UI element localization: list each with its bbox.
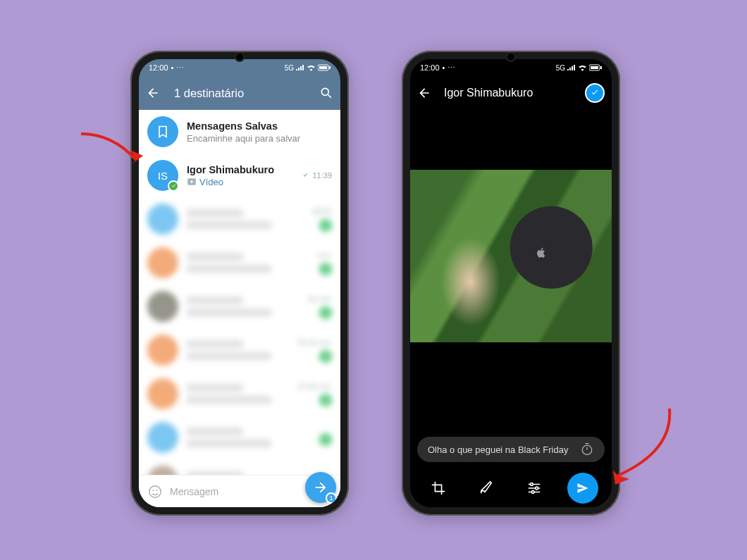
status-dot-icon: •	[443, 63, 445, 72]
selected-indicator[interactable]	[585, 83, 605, 103]
search-icon[interactable]	[319, 86, 333, 100]
camera-notch	[507, 54, 514, 61]
status-more-icon: ⋯	[447, 63, 455, 73]
saved-title: Mensagens Salvas	[187, 120, 332, 132]
battery-icon	[589, 64, 602, 71]
header-title: 1 destinatário	[174, 87, 305, 100]
row-time: 25 de out.	[297, 338, 332, 347]
chat-row-blurred[interactable]: 25 de out. 1	[139, 328, 340, 372]
send-icon	[576, 481, 590, 495]
tune-icon	[526, 480, 542, 496]
avatar	[147, 422, 178, 453]
unread-badge: 1	[319, 219, 332, 232]
chat-list: Mensagens Salvas Encaminhe aqui para sal…	[139, 110, 340, 507]
forward-fab[interactable]: 1	[305, 472, 336, 503]
status-more-icon: ⋯	[176, 63, 184, 73]
contact-subtitle: Vídeo	[199, 177, 223, 187]
brush-icon	[479, 480, 494, 496]
video-icon	[187, 177, 197, 187]
wifi-icon	[307, 65, 316, 71]
timer-icon[interactable]	[580, 442, 594, 456]
status-time: 12:00	[149, 63, 168, 72]
read-check-icon	[301, 172, 310, 179]
screen-a: 12:00 • ⋯ 5G 1 destinatário Mens	[139, 59, 340, 507]
phone-left: 12:00 • ⋯ 5G 1 destinatário Mens	[130, 51, 349, 516]
avatar	[147, 291, 178, 322]
svg-point-3	[321, 88, 328, 95]
saved-messages-row[interactable]: Mensagens Salvas Encaminhe aqui para sal…	[139, 110, 340, 154]
svg-point-6	[152, 490, 154, 491]
contact-row-selected[interactable]: IS Igor Shimabukuro Vídeo 11:39	[139, 154, 340, 197]
back-arrow-icon[interactable]	[417, 86, 431, 100]
editor-header: Igor Shimabukuro	[410, 76, 612, 110]
avatar-initials: IS	[158, 170, 168, 182]
check-icon	[590, 88, 600, 98]
caption-input[interactable]: Olha o que peguei na Black Friday	[417, 437, 605, 462]
row-time: de out.	[308, 294, 332, 303]
unread-badge: 1	[319, 306, 332, 319]
emoji-icon[interactable]	[147, 484, 163, 499]
editor-title: Igor Shimabukuro	[444, 87, 572, 99]
app-header: 1 destinatário	[139, 76, 340, 110]
status-bar: 12:00 • ⋯ 5G	[410, 59, 612, 76]
chat-row-blurred[interactable]: 1	[139, 416, 340, 459]
unread-badge: 1	[319, 394, 332, 406]
avatar	[147, 204, 178, 235]
bookmark-icon	[147, 116, 178, 147]
saved-subtitle: Encaminhe aqui para salvar	[187, 133, 332, 144]
chat-row-blurred[interactable]: de out. 1	[139, 285, 340, 328]
brush-button[interactable]	[471, 473, 501, 503]
selected-check-icon	[168, 180, 179, 192]
chat-row-blurred[interactable]: nov. 1	[139, 241, 340, 285]
status-dot-icon: •	[171, 63, 174, 72]
editor-toolbar	[410, 469, 612, 507]
chat-row-blurred[interactable]: 08:01 1	[139, 197, 340, 241]
caption-text: Olha o que peguei na Black Friday	[428, 444, 573, 455]
svg-point-14	[531, 491, 534, 494]
svg-rect-1	[319, 66, 327, 69]
status-net: 5G	[285, 64, 294, 72]
screen-b: 12:00 • ⋯ 5G Igor Shimabukuro	[410, 59, 612, 507]
arrow-right-icon	[313, 480, 328, 495]
signal-icon	[567, 65, 576, 71]
avatar	[147, 335, 178, 366]
unread-badge: 1	[319, 350, 332, 363]
phone-right: 12:00 • ⋯ 5G Igor Shimabukuro	[402, 51, 620, 516]
contact-name: Igor Shimabukuro	[187, 164, 292, 175]
avatar: IS	[147, 160, 178, 191]
unread-badge: 1	[319, 263, 332, 275]
status-bar: 12:00 • ⋯ 5G	[139, 59, 340, 76]
svg-point-7	[156, 490, 158, 491]
media-preview[interactable]	[410, 170, 612, 342]
send-button[interactable]	[567, 473, 598, 504]
crop-icon	[431, 480, 446, 496]
camera-notch	[236, 54, 243, 61]
unread-badge: 1	[319, 433, 332, 446]
back-arrow-icon[interactable]	[146, 86, 160, 100]
row-time: 16 de out.	[297, 382, 332, 390]
battery-icon	[318, 64, 331, 71]
svg-point-13	[536, 487, 538, 490]
svg-point-12	[531, 483, 533, 486]
svg-rect-9	[591, 66, 598, 69]
svg-point-5	[149, 485, 161, 497]
svg-rect-2	[329, 66, 331, 69]
crop-button[interactable]	[424, 473, 453, 503]
svg-point-11	[582, 445, 591, 454]
avatar	[147, 247, 178, 278]
status-time: 12:00	[420, 63, 440, 72]
contact-time: 11:39	[312, 171, 332, 180]
svg-rect-10	[600, 66, 602, 69]
chat-row-blurred[interactable]: 16 de out. 1	[139, 372, 340, 416]
tune-button[interactable]	[519, 473, 549, 503]
fab-count: 1	[326, 492, 337, 504]
row-time: 08:01	[312, 207, 332, 216]
row-time: nov.	[318, 251, 332, 259]
signal-icon	[296, 65, 304, 71]
apple-logo-icon	[535, 246, 548, 260]
avatar	[147, 378, 178, 409]
wifi-icon	[578, 65, 587, 71]
status-net: 5G	[556, 64, 565, 72]
